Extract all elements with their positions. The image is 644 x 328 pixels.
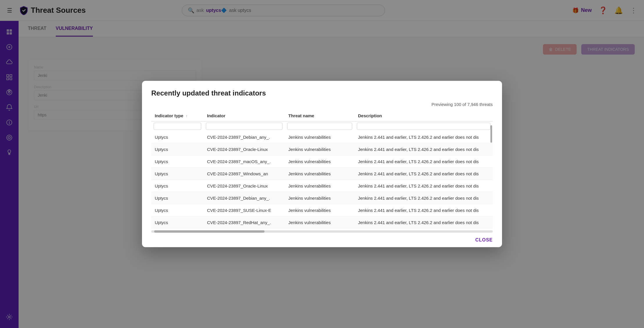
cell-description: Jenkins 2.441 and earlier, LTS 2.426.2 a… — [355, 204, 493, 216]
horizontal-scroll-track[interactable] — [151, 230, 493, 233]
cell-indicator-type: Uptycs — [151, 192, 204, 204]
cell-indicator-type: Uptycs — [151, 216, 204, 228]
horizontal-scroll-thumb[interactable] — [154, 230, 265, 233]
cell-description: Jenkins 2.441 and earlier, LTS 2.426.2 a… — [355, 155, 493, 167]
cell-threat-name: Jenkins vulnerabilities — [285, 204, 355, 216]
col-header-description: Description — [355, 110, 493, 121]
table-row: Uptycs CVE-2024-23897_RedHat_any_. Jenki… — [151, 216, 493, 228]
close-button[interactable]: CLOSE — [475, 237, 493, 243]
filter-threat-name[interactable] — [287, 123, 352, 130]
cell-description: Jenkins 2.441 and earlier, LTS 2.426.2 a… — [355, 167, 493, 180]
col-header-indicator: Indicator — [204, 110, 285, 121]
cell-threat-name: Jenkins vulnerabilities — [285, 131, 355, 143]
cell-indicator-type: Uptycs — [151, 131, 204, 143]
cell-description: Jenkins 2.441 and earlier, LTS 2.426.2 a… — [355, 216, 493, 228]
cell-indicator: CVE-2024-23897_Oracle-Linux — [204, 143, 285, 155]
cell-description: Jenkins 2.441 and earlier, LTS 2.426.2 a… — [355, 143, 493, 155]
table-container[interactable]: Indicator type ↑ Indicator Threat name D… — [142, 110, 502, 229]
cell-indicator: CVE-2024-23897_RedHat_any_. — [204, 216, 285, 228]
table-row: Uptycs CVE-2024-23897_macOS_any_. Jenkin… — [151, 155, 493, 167]
cell-threat-name: Jenkins vulnerabilities — [285, 167, 355, 180]
filter-description[interactable] — [357, 123, 490, 130]
table-filter-row — [151, 121, 493, 131]
cell-indicator: CVE-2024-23897_Debian_any_. — [204, 131, 285, 143]
filter-indicator-type[interactable] — [154, 123, 201, 130]
table-row: Uptycs CVE-2024-23897_Oracle-Linux Jenki… — [151, 180, 493, 192]
cell-threat-name: Jenkins vulnerabilities — [285, 143, 355, 155]
cell-threat-name: Jenkins vulnerabilities — [285, 155, 355, 167]
cell-description: Jenkins 2.441 and earlier, LTS 2.426.2 a… — [355, 131, 493, 143]
cell-indicator-type: Uptycs — [151, 155, 204, 167]
sort-icon[interactable]: ↑ — [186, 114, 188, 118]
table-row: Uptycs CVE-2024-23897_Windows_an Jenkins… — [151, 167, 493, 180]
modal-header: Recently updated threat indicators — [142, 81, 502, 102]
cell-indicator-type: Uptycs — [151, 180, 204, 192]
cell-indicator: CVE-2024-23897_macOS_any_. — [204, 155, 285, 167]
cell-description: Jenkins 2.441 and earlier, LTS 2.426.2 a… — [355, 192, 493, 204]
cell-indicator: CVE-2024-23897_Debian_any_. — [204, 192, 285, 204]
cell-indicator-type: Uptycs — [151, 167, 204, 180]
table-row: Uptycs CVE-2024-23897_Oracle-Linux Jenki… — [151, 143, 493, 155]
horizontal-scrollbar-area[interactable] — [142, 229, 502, 233]
cell-threat-name: Jenkins vulnerabilities — [285, 216, 355, 228]
cell-description: Jenkins 2.441 and earlier, LTS 2.426.2 a… — [355, 180, 493, 192]
cell-indicator-type: Uptycs — [151, 143, 204, 155]
modal-title: Recently updated threat indicators — [151, 89, 493, 97]
cell-indicator: CVE-2024-23897_Oracle-Linux — [204, 180, 285, 192]
table-header-row: Indicator type ↑ Indicator Threat name D… — [151, 110, 493, 121]
cell-threat-name: Jenkins vulnerabilities — [285, 180, 355, 192]
cell-indicator: CVE-2024-23897_Windows_an — [204, 167, 285, 180]
modal-preview-count: Previewing 100 of 7,946 threats — [142, 102, 502, 110]
filter-indicator[interactable] — [206, 123, 283, 130]
cell-indicator-type: Uptycs — [151, 204, 204, 216]
indicators-table: Indicator type ↑ Indicator Threat name D… — [151, 110, 493, 229]
col-header-indicator-type: Indicator type ↑ — [151, 110, 204, 121]
modal-footer: CLOSE — [142, 233, 502, 247]
table-body: Uptycs CVE-2024-23897_Debian_any_. Jenki… — [151, 131, 493, 229]
table-row: Uptycs CVE-2024-23897_SUSE-Linux-E Jenki… — [151, 204, 493, 216]
vertical-scrollbar[interactable] — [490, 125, 492, 143]
cell-threat-name: Jenkins vulnerabilities — [285, 192, 355, 204]
col-header-threat-name: Threat name — [285, 110, 355, 121]
table-row: Uptycs CVE-2024-23897_Debian_any_. Jenki… — [151, 131, 493, 143]
table-row: Uptycs CVE-2024-23897_Debian_any_. Jenki… — [151, 192, 493, 204]
threat-indicators-modal: Recently updated threat indicators Previ… — [142, 81, 502, 247]
cell-indicator: CVE-2024-23897_SUSE-Linux-E — [204, 204, 285, 216]
